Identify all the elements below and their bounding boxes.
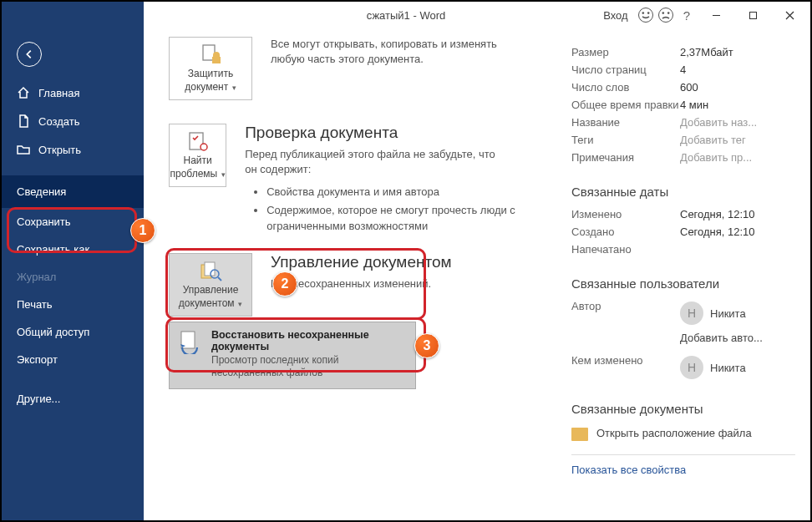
chevron-down-icon: ▾ bbox=[219, 170, 226, 179]
sidebar-label: Главная bbox=[38, 87, 79, 99]
avatar: Н bbox=[680, 356, 703, 379]
info-center-pane: Защитить документ ▾ Все могут открывать,… bbox=[144, 28, 560, 520]
svg-point-2 bbox=[662, 12, 664, 14]
sidebar-item-save[interactable]: Сохранить bbox=[2, 208, 144, 236]
inspect-bullet: Свойства документа и имя автора bbox=[266, 184, 543, 200]
sidebar-label: Сохранить как bbox=[17, 243, 89, 256]
sidebar-item-home[interactable]: Главная bbox=[2, 79, 144, 107]
sidebar-label: Открыть bbox=[38, 144, 81, 156]
prop-val[interactable]: Добавить наз... bbox=[680, 116, 757, 129]
users-title: Связанные пользователи bbox=[571, 276, 795, 291]
sidebar-label: Журнал bbox=[17, 271, 56, 283]
prop-key: Общее время правки bbox=[571, 99, 680, 111]
prop-key: Примечания bbox=[571, 151, 680, 164]
author-name: Никита bbox=[710, 307, 746, 320]
inspect-bullet: Содержимое, которое не смогут прочесть л… bbox=[266, 202, 543, 235]
sidebar-label: Другие... bbox=[17, 393, 60, 405]
prop-val: 2,37Мбайт bbox=[680, 46, 733, 58]
dates-title: Связанные даты bbox=[571, 185, 795, 199]
sidebar-item-more[interactable]: Другие... bbox=[2, 385, 144, 413]
smile-icon[interactable] bbox=[638, 8, 653, 23]
prop-val: 600 bbox=[680, 81, 698, 94]
close-button[interactable] bbox=[774, 3, 805, 27]
callout-badge-2: 2 bbox=[272, 271, 297, 296]
inspect-title: Проверка документа bbox=[245, 124, 543, 142]
prop-val[interactable]: Добавить тег bbox=[680, 134, 746, 146]
sidebar-item-history: Журнал bbox=[2, 263, 144, 291]
modifiedby-label: Кем изменено bbox=[571, 354, 680, 381]
login-link[interactable]: Вход bbox=[603, 9, 627, 22]
prop-val[interactable]: Добавить пр... bbox=[680, 151, 752, 164]
sidebar-item-print[interactable]: Печать bbox=[2, 291, 144, 318]
prop-key: Теги bbox=[571, 134, 680, 146]
open-file-location[interactable]: Открыть расположение файла bbox=[571, 423, 795, 443]
show-all-properties[interactable]: Показать все свойства bbox=[571, 464, 795, 476]
titlebar: сжатый1 - Word Вход ? bbox=[2, 2, 810, 28]
shield-lock-icon bbox=[198, 44, 223, 66]
manage-doc-icon bbox=[198, 261, 223, 282]
help-icon[interactable]: ? bbox=[678, 8, 695, 23]
protect-document-button[interactable]: Защитить документ ▾ bbox=[169, 37, 252, 100]
author-label: Автор bbox=[571, 300, 680, 327]
chevron-down-icon: ▾ bbox=[236, 300, 243, 308]
properties-pane: Размер2,37МбайтЧисло страниц4Число слов6… bbox=[560, 28, 810, 520]
svg-point-0 bbox=[642, 12, 644, 14]
backstage-sidebar: Главная Создать Открыть Сведения Сохрани… bbox=[2, 28, 144, 520]
minimize-button[interactable] bbox=[700, 3, 732, 27]
home-icon bbox=[17, 86, 30, 99]
svg-point-11 bbox=[200, 144, 207, 150]
svg-point-1 bbox=[647, 12, 650, 14]
date-key: Напечатано bbox=[571, 243, 680, 256]
recover-unsaved-item[interactable]: Восстановить несохраненные документы Про… bbox=[169, 322, 416, 389]
svg-rect-13 bbox=[205, 262, 215, 276]
callout-badge-3: 3 bbox=[414, 333, 439, 358]
svg-rect-9 bbox=[212, 57, 221, 63]
related-docs-title: Связанные документы bbox=[571, 402, 795, 416]
recover-title: Восстановить несохраненные документы bbox=[211, 329, 405, 352]
svg-rect-5 bbox=[749, 12, 756, 18]
inspect-icon bbox=[185, 131, 211, 153]
sidebar-label: Общий доступ bbox=[17, 326, 89, 338]
sidebar-item-saveas[interactable]: Сохранить как bbox=[2, 236, 144, 263]
sidebar-item-info[interactable]: Сведения bbox=[2, 175, 144, 208]
sidebar-item-new[interactable]: Создать bbox=[2, 107, 144, 135]
recover-sub: Просмотр последних копий несохраненных ф… bbox=[211, 354, 405, 380]
svg-point-3 bbox=[667, 12, 670, 14]
prop-val: 4 bbox=[680, 63, 686, 76]
prop-key: Название bbox=[571, 116, 680, 129]
date-val: Сегодня, 12:10 bbox=[680, 208, 755, 220]
sidebar-item-export[interactable]: Экспорт bbox=[2, 346, 144, 373]
frown-icon[interactable] bbox=[658, 8, 673, 23]
sidebar-label: Сведения bbox=[17, 185, 66, 198]
callout-badge-1: 1 bbox=[130, 218, 155, 243]
sidebar-label: Сохранить bbox=[17, 215, 71, 228]
date-key: Изменено bbox=[571, 208, 680, 220]
folder-open-icon bbox=[17, 143, 30, 156]
modifiedby-name: Никита bbox=[710, 362, 746, 374]
manage-desc: Нет несохраненных изменений. bbox=[271, 276, 452, 291]
folder-icon bbox=[571, 428, 588, 441]
sidebar-label: Создать bbox=[38, 115, 79, 128]
manage-document-button[interactable]: Управление документом ▾ bbox=[169, 253, 252, 317]
sidebar-item-share[interactable]: Общий доступ bbox=[2, 318, 144, 346]
date-key: Создано bbox=[571, 226, 680, 238]
inspect-desc: Перед публикацией этого файла не забудьт… bbox=[245, 147, 495, 177]
recover-icon bbox=[178, 329, 203, 354]
maximize-button[interactable] bbox=[737, 3, 769, 27]
prop-key: Число слов bbox=[571, 81, 680, 94]
add-author[interactable]: Добавить авто... bbox=[680, 332, 763, 344]
back-button[interactable] bbox=[17, 42, 42, 67]
check-issues-button[interactable]: Найти проблемы ▾ bbox=[169, 124, 226, 187]
manage-title: Управление документом bbox=[271, 253, 452, 271]
prop-key: Число страниц bbox=[571, 63, 680, 76]
chevron-down-icon: ▾ bbox=[230, 84, 236, 92]
svg-line-15 bbox=[218, 277, 221, 281]
prop-key: Размер bbox=[571, 46, 680, 58]
prop-val: 4 мин bbox=[680, 99, 708, 111]
avatar: Н bbox=[680, 302, 703, 325]
window-title: сжатый1 - Word bbox=[367, 9, 445, 22]
protect-desc: Все могут открывать, копировать и изменя… bbox=[271, 37, 521, 67]
file-icon bbox=[17, 114, 30, 128]
sidebar-label: Экспорт bbox=[17, 353, 58, 366]
sidebar-item-open[interactable]: Открыть bbox=[2, 135, 144, 164]
